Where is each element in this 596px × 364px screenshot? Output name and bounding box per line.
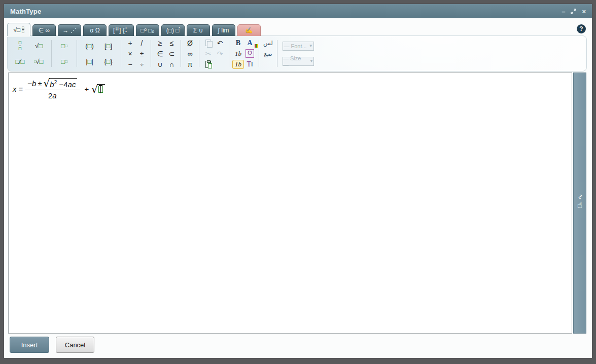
- cut-button[interactable]: ✂: [202, 48, 214, 59]
- denominator: 2a: [25, 90, 80, 100]
- equals-sign: =: [19, 85, 23, 93]
- equation: x = −b ± √ b2 −4ac 2a: [13, 78, 568, 100]
- bold-button[interactable]: B: [232, 38, 244, 48]
- help-button[interactable]: ?: [577, 24, 586, 33]
- hand-pointer-icon: ∿ ☝: [574, 194, 586, 210]
- template-group-fences: (□) [□] |□| {□}: [80, 38, 118, 69]
- copy-button[interactable]: [202, 38, 214, 48]
- divider: [277, 40, 277, 67]
- infinity-button[interactable]: ∞: [184, 48, 196, 59]
- divider: [181, 40, 181, 67]
- brackets-button[interactable]: [□]: [99, 38, 118, 54]
- slash-fraction-button[interactable]: □∕□: [11, 54, 29, 69]
- radical-template-icon: √□: [13, 26, 20, 33]
- arabic-math-button-1[interactable]: لس: [262, 38, 274, 48]
- nth-root-button[interactable]: □√□: [29, 54, 48, 69]
- equation-canvas[interactable]: x = −b ± √ b2 −4ac 2a: [8, 72, 572, 334]
- intersection-button[interactable]: ∩: [166, 59, 178, 69]
- fraction-template-icon: □□: [22, 26, 24, 34]
- relations-icon: ∈ ∞: [39, 27, 50, 34]
- plus-minus-button[interactable]: ±: [136, 48, 148, 59]
- divider: [77, 40, 77, 67]
- tab-fences[interactable]: (□) □̂: [161, 24, 185, 36]
- template-group-scripts: □□ □□: [55, 38, 74, 69]
- paste-button[interactable]: [202, 59, 214, 69]
- minimize-button[interactable]: –: [562, 8, 565, 15]
- title-bar[interactable]: MathType – ×: [4, 4, 592, 18]
- equation-lhs: x: [13, 85, 17, 93]
- symbol-style-button[interactable]: Ω: [244, 48, 256, 59]
- arabic-math-button-2[interactable]: صع: [262, 48, 274, 59]
- times-button[interactable]: ×: [124, 48, 136, 59]
- font-dropdown[interactable]: — Font... ▼: [283, 42, 314, 51]
- tab-matrices[interactable]: [⠛] {⠅: [109, 24, 134, 36]
- tab-strip: √□ □□ ∈ ∞ → ⋰ α Ω [⠛] {⠅ □ᵒ □ₒ (□) □̂ Σ …: [7, 23, 261, 36]
- cancel-button[interactable]: Cancel: [56, 337, 94, 353]
- clipboard-group: ↶ ✂ ↷: [202, 38, 226, 69]
- dialog-footer: Insert Cancel: [4, 334, 592, 356]
- symbol-group-arithmetic: + / × ± − ÷: [124, 38, 148, 69]
- arabic-group: لس صع: [262, 38, 274, 69]
- tab-big-operators[interactable]: Σ ∪: [187, 24, 210, 36]
- restore-icon[interactable]: [571, 9, 576, 14]
- arrows-icon: → ⋰: [62, 27, 76, 34]
- leq-button[interactable]: ≤: [166, 38, 178, 48]
- handwriting-strip[interactable]: ∿ ☝: [573, 72, 586, 334]
- text-mode-button[interactable]: TI: [244, 59, 256, 69]
- matrix-icon: [⠛] {⠅: [113, 27, 129, 34]
- radical: √ b2 −4ac: [44, 78, 78, 89]
- paste-icon: [205, 61, 211, 68]
- subscript-button[interactable]: □□: [55, 54, 74, 69]
- fraction-button[interactable]: □□: [11, 38, 29, 54]
- tab-algebra-templates[interactable]: √□ □□: [7, 23, 30, 36]
- insert-button[interactable]: Insert: [10, 337, 49, 353]
- divider: [229, 40, 229, 67]
- toolbar: □□ √□ □∕□ □√□ □□ □□ (□) [□] |□| {□}: [7, 35, 587, 71]
- plus-button[interactable]: +: [124, 38, 136, 48]
- chevron-down-icon: ▼: [309, 44, 313, 48]
- sqrt-button[interactable]: √□: [29, 38, 48, 54]
- empty-set-button[interactable]: Ø: [184, 38, 196, 48]
- plus-sign: +: [84, 85, 89, 93]
- size-dropdown[interactable]: — Size — ▼: [283, 57, 314, 66]
- tab-handwriting[interactable]: ✍: [237, 24, 261, 36]
- integral-lim-icon: ∫ lim: [218, 27, 229, 34]
- tab-greek[interactable]: α Ω: [83, 24, 107, 36]
- redo-button[interactable]: ↷: [214, 48, 226, 59]
- braces-button[interactable]: {□}: [99, 54, 118, 69]
- divider: [121, 40, 121, 67]
- parentheses-button[interactable]: (□): [80, 38, 99, 54]
- superscript-button[interactable]: □□: [55, 38, 74, 54]
- divider: [199, 40, 199, 67]
- sum-union-icon: Σ ∪: [193, 27, 203, 34]
- radical-with-empty-slot: √: [91, 84, 105, 94]
- omega-icon: Ω: [246, 49, 254, 58]
- tab-relations[interactable]: ∈ ∞: [32, 24, 56, 36]
- scripts-icon: □ᵒ □ₒ: [141, 27, 154, 34]
- tab-calculus[interactable]: ∫ lim: [212, 24, 235, 36]
- window-controls: – ×: [562, 8, 586, 15]
- close-button[interactable]: ×: [582, 8, 586, 15]
- element-of-button[interactable]: ∈: [154, 48, 166, 59]
- geq-button[interactable]: ≥: [154, 38, 166, 48]
- slash-button[interactable]: /: [136, 38, 148, 48]
- greek-icon: α Ω: [90, 27, 99, 34]
- subset-button[interactable]: ⊂: [166, 48, 178, 59]
- color-button[interactable]: A: [244, 38, 256, 48]
- fences-icon: (□) □̂: [166, 27, 180, 34]
- union-button[interactable]: ∪: [154, 59, 166, 69]
- minus-button[interactable]: −: [124, 59, 136, 69]
- divider: [151, 40, 151, 67]
- active-style-button[interactable]: 1b: [232, 59, 244, 69]
- undo-button[interactable]: ↶: [214, 38, 226, 48]
- math-style-button[interactable]: 1b: [232, 48, 244, 59]
- empty-slot-cursor[interactable]: [98, 86, 103, 93]
- tab-scripts[interactable]: □ᵒ □ₒ: [136, 24, 159, 36]
- absolute-value-button[interactable]: |□|: [80, 54, 99, 69]
- divide-button[interactable]: ÷: [136, 59, 148, 69]
- style-group: B A 1b Ω 1b TI: [232, 38, 256, 69]
- pi-button[interactable]: π: [184, 59, 196, 69]
- tab-arrows[interactable]: → ⋰: [58, 24, 81, 36]
- symbol-group-constants: Ø ∞ π: [184, 38, 196, 69]
- symbol-group-relations: ≥ ≤ ∈ ⊂ ∪ ∩: [154, 38, 178, 69]
